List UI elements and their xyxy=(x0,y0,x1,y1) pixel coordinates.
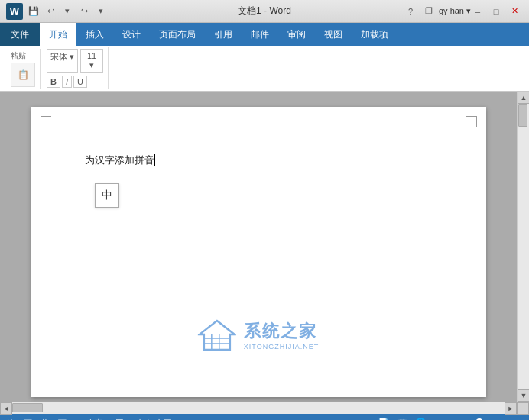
user-account-button[interactable]: gy han ▾ xyxy=(446,3,463,20)
tab-review[interactable]: 审阅 xyxy=(278,23,315,46)
font-size-dropdown[interactable]: 11 ▾ xyxy=(80,49,103,73)
status-bar: 第 1 页，共 1 页 7 个字 ☑ 中文(中国) 📄 📖 🌐 100% xyxy=(0,414,529,420)
underline-button[interactable]: U xyxy=(73,76,87,88)
help-button[interactable]: ? xyxy=(402,3,419,20)
view-print-icon[interactable]: 📄 xyxy=(378,418,390,421)
font-family-dropdown[interactable]: 宋体 ▾ xyxy=(47,49,78,73)
undo-button[interactable]: ↩ xyxy=(43,4,58,19)
scroll-up-button[interactable]: ▲ xyxy=(518,92,529,104)
tab-view[interactable]: 视图 xyxy=(315,23,352,46)
quick-access-toolbar: 💾 ↩ ▾ ↪ ▾ xyxy=(26,4,109,19)
tab-home[interactable]: 开始 xyxy=(40,23,76,46)
watermark-logo-icon xyxy=(198,319,236,351)
text-cursor xyxy=(154,154,155,166)
svg-marker-0 xyxy=(200,321,235,350)
tab-mailings[interactable]: 邮件 xyxy=(242,23,278,46)
tab-references[interactable]: 引用 xyxy=(205,23,242,46)
undo-dropdown-button[interactable]: ▾ xyxy=(60,4,75,19)
watermark: 系统之家 XITONGZHIJIA.NET xyxy=(198,319,319,351)
ribbon-collapse-button[interactable]: ❐ xyxy=(420,3,437,20)
title-controls: ? ❐ gy han ▾ – □ ✕ xyxy=(402,3,523,20)
maximize-button[interactable]: □ xyxy=(488,3,505,20)
status-right: 📄 📖 🌐 100% xyxy=(378,418,523,421)
margin-corner-tl xyxy=(41,116,51,127)
tab-file[interactable]: 文件 xyxy=(0,23,40,46)
scrollbar-corner xyxy=(517,402,529,415)
scrollbar-thumb-v[interactable] xyxy=(518,104,527,127)
ribbon-tabs: 文件 开始 插入 设计 页面布局 引用 邮件 审阅 视图 加载项 xyxy=(0,23,529,46)
tab-insert[interactable]: 插入 xyxy=(76,23,113,46)
title-bar: W 💾 ↩ ▾ ↪ ▾ 文档1 - Word ? ❐ gy han ▾ – □ … xyxy=(0,0,529,23)
bold-button[interactable]: B xyxy=(47,76,60,88)
word-count[interactable]: 7 个字 xyxy=(79,418,102,421)
vertical-scrollbar[interactable]: ▲ ▼ xyxy=(517,92,529,402)
main-area: 为汉字添加拼音 中 系统之家 XITONGZHI xyxy=(0,92,529,402)
qat-more-button[interactable]: ▾ xyxy=(93,4,109,19)
horizontal-scrollbar[interactable]: ◄ ► xyxy=(0,402,529,414)
scrollbar-track-v[interactable] xyxy=(518,104,529,389)
document-page[interactable]: 为汉字添加拼音 中 系统之家 XITONGZHI xyxy=(31,107,486,397)
ribbon-content: 粘贴 📋 宋体 ▾ 11 ▾ B I U xyxy=(0,46,529,92)
tab-layout[interactable]: 页面布局 xyxy=(150,23,205,46)
scroll-left-button[interactable]: ◄ xyxy=(0,402,12,415)
page-info[interactable]: 第 1 页，共 1 页 xyxy=(6,418,67,421)
window-title: 文档1 - Word xyxy=(238,5,291,18)
scrollbar-track-h[interactable] xyxy=(12,402,505,414)
ime-candidate-box[interactable]: 中 xyxy=(95,183,119,208)
word-logo-icon: W xyxy=(6,3,23,20)
close-button[interactable]: ✕ xyxy=(506,3,523,20)
scrollbar-thumb-h[interactable] xyxy=(12,403,43,412)
document-area[interactable]: 为汉字添加拼音 中 系统之家 XITONGZHI xyxy=(0,92,517,402)
tab-addins[interactable]: 加载项 xyxy=(352,23,398,46)
tab-design[interactable]: 设计 xyxy=(113,23,150,46)
view-web-icon[interactable]: 🌐 xyxy=(414,418,427,421)
scroll-down-button[interactable]: ▼ xyxy=(518,389,529,402)
scroll-right-button[interactable]: ► xyxy=(505,402,517,415)
language-indicator[interactable]: 中文(中国) xyxy=(136,418,175,421)
document-text: 为汉字添加拼音 xyxy=(85,153,433,169)
margin-corner-tr xyxy=(466,116,477,127)
watermark-text: 系统之家 XITONGZHIJIA.NET xyxy=(244,320,319,351)
title-bar-left: W 💾 ↩ ▾ ↪ ▾ xyxy=(6,3,109,20)
paste-button[interactable]: 📋 xyxy=(11,63,35,87)
view-reading-icon[interactable]: 📖 xyxy=(396,418,408,421)
redo-button[interactable]: ↪ xyxy=(76,4,92,19)
save-button[interactable]: 💾 xyxy=(26,4,41,19)
italic-button[interactable]: I xyxy=(62,76,72,88)
minimize-button[interactable]: – xyxy=(469,3,486,20)
